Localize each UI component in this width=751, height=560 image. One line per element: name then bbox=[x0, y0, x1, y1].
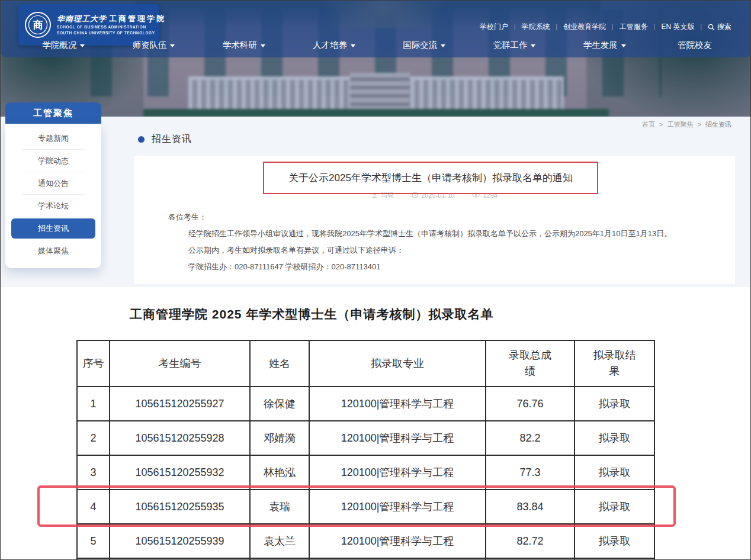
utility-bar: 学校门户|学院系统|创业教育学院|工管服务|EN 英文版|搜索 bbox=[480, 22, 731, 32]
utility-link-3[interactable]: 创业教育学院 bbox=[563, 22, 606, 32]
table-cell: 120100|管理科学与工程 bbox=[309, 387, 486, 421]
column-header-1: 序号 bbox=[77, 340, 110, 387]
section-heading: 招生资讯 bbox=[138, 133, 192, 146]
utility-separator: | bbox=[514, 24, 516, 30]
utility-link-1[interactable]: 学校门户 bbox=[480, 22, 508, 32]
nav-item-label: 师资队伍 bbox=[132, 40, 166, 51]
header-banner: 商 华南理工大学工商管理学院 SCHOOL OF BUSINESS ADMINI… bbox=[1, 1, 751, 117]
column-header-text: 录取总成绩 bbox=[506, 347, 554, 379]
breadcrumb-separator: > bbox=[695, 121, 703, 128]
table-cell: 3 bbox=[77, 455, 110, 490]
table-cell: 120100|管理科学与工程 bbox=[309, 455, 486, 490]
chevron-down-icon bbox=[441, 44, 445, 47]
column-header-text: 考生编号 bbox=[113, 356, 247, 372]
table-cell: 4 bbox=[77, 490, 110, 524]
table-row-5: 5105615120255939袁太兰120100|管理科学与工程82.72拟录… bbox=[77, 524, 654, 558]
nav-item-label: 人才培养 bbox=[313, 40, 347, 51]
table-cell: 邓婧漪 bbox=[250, 421, 309, 455]
logo-text: 华南理工大学工商管理学院 SCHOOL OF BUSINESS ADMINIST… bbox=[57, 14, 166, 36]
column-header-5: 录取总成绩 bbox=[486, 340, 575, 387]
table-cell: 袁瑞 bbox=[250, 490, 309, 524]
sidebar-item-1[interactable]: 专题新闻 bbox=[11, 127, 95, 150]
table-cell: 徐保健 bbox=[250, 387, 309, 421]
column-header-text: 姓名 bbox=[253, 356, 306, 372]
utility-link-5[interactable]: EN 英文版 bbox=[661, 22, 694, 32]
column-header-4: 拟录取专业 bbox=[309, 340, 486, 387]
nav-item-1[interactable]: 学院概况 bbox=[18, 35, 108, 55]
utility-link-6[interactable]: 搜索 bbox=[708, 22, 731, 32]
table-cell: 105615120255939 bbox=[110, 524, 250, 558]
nav-item-label: 党群工作 bbox=[493, 40, 527, 51]
bullet-dot-icon bbox=[138, 136, 145, 143]
main-nav: 学院概况师资队伍学术科研人才培养国际交流党群工作学生发展管院校友 bbox=[18, 35, 740, 55]
salutation: 各位考生： bbox=[168, 209, 695, 226]
nav-item-3[interactable]: 学术科研 bbox=[199, 35, 289, 55]
logo-school-name: 工商管理学院 bbox=[109, 14, 166, 23]
table-row-3: 3105615120255932林艳泓120100|管理科学与工程77.3拟录取 bbox=[77, 455, 654, 490]
table-header-row: 序号考生编号姓名拟录取专业录取总成绩拟录取结果 bbox=[77, 340, 654, 387]
nav-item-8[interactable]: 管院校友 bbox=[650, 35, 740, 55]
table-cell: 拟录取 bbox=[575, 524, 654, 558]
nav-item-6[interactable]: 党群工作 bbox=[469, 35, 559, 55]
utility-separator: | bbox=[700, 24, 702, 30]
table-cell: 2 bbox=[77, 421, 110, 455]
nav-item-4[interactable]: 人才培养 bbox=[289, 35, 379, 55]
utility-link-label: 工管服务 bbox=[620, 22, 648, 32]
nav-item-label: 学术科研 bbox=[223, 40, 257, 51]
sidebar-item-2[interactable]: 学院动态 bbox=[11, 150, 95, 172]
column-header-2: 考生编号 bbox=[110, 340, 250, 387]
chevron-down-icon bbox=[170, 44, 175, 47]
table-cell: 82.2 bbox=[486, 421, 575, 455]
utility-link-label: 学院系统 bbox=[522, 22, 550, 32]
table-head: 序号考生编号姓名拟录取专业录取总成绩拟录取结果 bbox=[77, 340, 654, 387]
table-cell: 76.76 bbox=[486, 387, 575, 421]
nav-item-label: 学院概况 bbox=[42, 40, 76, 51]
sidebar-item-4[interactable]: 学术论坛 bbox=[11, 195, 95, 217]
table-cell: 105615120255935 bbox=[110, 490, 250, 524]
column-header-text: 拟录取专业 bbox=[312, 356, 483, 372]
utility-link-label: EN 英文版 bbox=[661, 22, 694, 32]
nav-item-label: 国际交流 bbox=[403, 40, 437, 51]
column-header-6: 拟录取结果 bbox=[575, 340, 654, 387]
table-cell: 拟录取 bbox=[575, 387, 654, 421]
utility-link-4[interactable]: 工管服务 bbox=[620, 22, 648, 32]
table-cell: 袁太兰 bbox=[250, 524, 309, 558]
table-cell: 拟录取 bbox=[575, 455, 654, 490]
paragraph-3: 学院招生办：020-87111647 学校研招办：020-87113401 bbox=[168, 259, 695, 275]
utility-link-2[interactable]: 学院系统 bbox=[522, 22, 550, 32]
breadcrumb-link-2[interactable]: 工管聚焦 bbox=[667, 121, 693, 128]
utility-link-label: 学校门户 bbox=[480, 22, 508, 32]
article-body: 各位考生： 经学院招生工作领导小组审议通过，现将我院2025年学术型博士生（申请… bbox=[168, 209, 695, 275]
breadcrumb-link-3[interactable]: 招生资讯 bbox=[705, 121, 731, 128]
sidebar-item-5[interactable]: 招生资讯 bbox=[11, 218, 95, 239]
sidebar-title: 工管聚焦 bbox=[5, 102, 101, 124]
column-header-text: 拟录取结果 bbox=[591, 347, 638, 379]
breadcrumb-link-1[interactable]: 首页 bbox=[642, 121, 655, 128]
sidebar-item-6[interactable]: 媒体聚焦 bbox=[11, 240, 95, 262]
nav-item-label: 学生发展 bbox=[583, 40, 618, 51]
admission-table: 序号考生编号姓名拟录取专业录取总成绩拟录取结果 1105615120255927… bbox=[76, 340, 655, 560]
table-cell: 83.84 bbox=[486, 490, 575, 524]
sidebar-menu: 专题新闻学院动态通知公告学术论坛招生资讯媒体聚焦 bbox=[5, 124, 101, 268]
table-cell: 105615120255928 bbox=[110, 421, 250, 455]
table-row-2: 2105615120255928邓婧漪120100|管理科学与工程82.2拟录取 bbox=[77, 421, 654, 455]
page: 商 华南理工大学工商管理学院 SCHOOL OF BUSINESS ADMINI… bbox=[0, 0, 751, 560]
sidebar-item-3[interactable]: 通知公告 bbox=[11, 172, 95, 195]
chevron-down-icon bbox=[80, 44, 85, 47]
utility-link-label: 创业教育学院 bbox=[563, 22, 606, 32]
paragraph-2: 公示期内，考生如对拟录取名单有异议，可通过以下途径申诉： bbox=[168, 242, 695, 259]
table-cell: 拟录取 bbox=[575, 421, 654, 455]
column-header-3: 姓名 bbox=[250, 340, 309, 387]
section-title: 招生资讯 bbox=[152, 133, 192, 146]
column-header-text: 序号 bbox=[82, 356, 105, 372]
chevron-down-icon bbox=[261, 44, 265, 47]
nav-item-5[interactable]: 国际交流 bbox=[379, 35, 469, 55]
nav-item-2[interactable]: 师资队伍 bbox=[108, 35, 198, 55]
nav-item-7[interactable]: 学生发展 bbox=[560, 35, 650, 55]
table-cell: 拟录取 bbox=[575, 490, 654, 524]
table-body: 1105615120255927徐保健120100|管理科学与工程76.76拟录… bbox=[77, 387, 654, 560]
sidebar: 工管聚焦 专题新闻学院动态通知公告学术论坛招生资讯媒体聚焦 bbox=[5, 102, 101, 268]
table-cell: 5 bbox=[77, 524, 110, 558]
title-highlight-box: 关于公示2025年学术型博士生（申请考核制）拟录取名单的通知 bbox=[263, 162, 598, 194]
utility-separator: | bbox=[556, 24, 558, 30]
